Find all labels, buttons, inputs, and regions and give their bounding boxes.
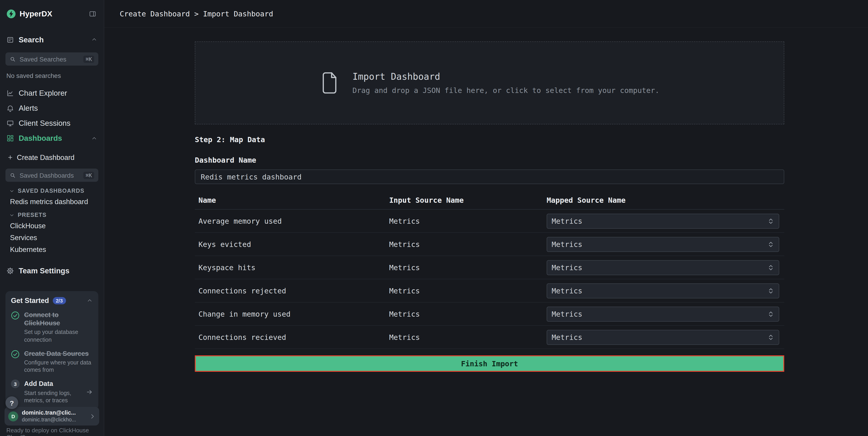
step-title: Add Data bbox=[24, 380, 53, 387]
search-icon bbox=[9, 56, 16, 62]
table-header: Name Input Source Name Mapped Source Nam… bbox=[195, 191, 784, 210]
presets-header-label: PRESETS bbox=[18, 212, 46, 218]
mapped-source-select[interactable]: Metrics bbox=[547, 330, 779, 345]
row-name: Connections recieved bbox=[198, 333, 389, 342]
nav-label: Alerts bbox=[19, 104, 38, 113]
user-menu[interactable]: D dominic.tran@clic... dominic.tran@clic… bbox=[5, 407, 99, 426]
team-settings-button[interactable]: Team Settings bbox=[0, 262, 104, 280]
chart-icon bbox=[6, 89, 14, 97]
get-started-header[interactable]: Get Started 2/3 bbox=[11, 297, 93, 305]
chevron-down-icon bbox=[9, 212, 14, 218]
selected-option-label: Metrics bbox=[552, 216, 582, 225]
sidebar-item-dashboards[interactable]: Dashboards bbox=[0, 131, 104, 146]
saved-dashboard-item[interactable]: Redis metrics dashboard bbox=[0, 196, 104, 208]
row-input-source: Metrics bbox=[389, 286, 547, 295]
user-avatar: D bbox=[8, 411, 18, 421]
create-dashboard-button[interactable]: Create Dashboard bbox=[0, 150, 104, 165]
chevron-up-icon bbox=[87, 297, 93, 304]
breadcrumb-text: Create Dashboard > Import Dashboard bbox=[120, 9, 273, 18]
dashboard-name-value: Redis metrics dashboard bbox=[201, 172, 302, 181]
get-started-step-add-data[interactable]: 3 Add Data Start sending logs, metrics, … bbox=[11, 380, 93, 404]
dashboard-name-input[interactable]: Redis metrics dashboard bbox=[195, 170, 784, 184]
step-number-badge: 3 bbox=[11, 380, 20, 388]
plus-icon bbox=[7, 154, 13, 161]
app-name: HyperDX bbox=[20, 9, 52, 19]
user-email: dominic.tran@clickho... bbox=[22, 416, 76, 423]
step-title: Create Data Sources bbox=[24, 350, 89, 357]
hyperdx-logo-icon bbox=[6, 9, 16, 19]
table-row: Change in memory used Metrics Metrics bbox=[195, 302, 784, 326]
check-circle-icon bbox=[11, 350, 20, 358]
help-button[interactable]: ? bbox=[5, 396, 18, 409]
preset-item-services[interactable]: Services bbox=[0, 232, 104, 244]
table-row: Keyspace hits Metrics Metrics bbox=[195, 256, 784, 279]
nav-label: Dashboards bbox=[19, 134, 62, 143]
sidebar-item-client-sessions[interactable]: Client Sessions bbox=[0, 116, 104, 131]
dashboard-name-label: Dashboard Name bbox=[195, 156, 784, 165]
mapped-source-select[interactable]: Metrics bbox=[547, 260, 779, 275]
dropzone-subtitle: Drag and drop a JSON file here, or click… bbox=[352, 86, 659, 95]
finish-import-button[interactable]: Finish Import bbox=[195, 355, 784, 372]
progress-badge: 2/3 bbox=[53, 297, 66, 304]
row-name: Keyspace hits bbox=[198, 263, 389, 272]
main-area: Create Dashboard > Import Dashboard Impo… bbox=[104, 0, 868, 436]
select-arrows-icon bbox=[767, 264, 774, 271]
column-header-input-source: Input Source Name bbox=[389, 196, 547, 205]
preset-item-kubernetes[interactable]: Kubernetes bbox=[0, 244, 104, 256]
mapped-source-select[interactable]: Metrics bbox=[547, 213, 779, 229]
select-arrows-icon bbox=[767, 311, 774, 317]
get-started-title: Get Started bbox=[11, 297, 49, 305]
app-window: HyperDX Search Saved Searches ⌘K No save… bbox=[0, 0, 868, 436]
mapped-source-select[interactable]: Metrics bbox=[547, 237, 779, 252]
search-icon bbox=[9, 172, 16, 178]
row-name: Change in memory used bbox=[198, 310, 389, 318]
step-description: Set up your database connection bbox=[24, 329, 93, 344]
selected-option-label: Metrics bbox=[552, 286, 582, 295]
sidebar-section-search[interactable]: Search bbox=[0, 31, 104, 49]
row-name: Average memory used bbox=[198, 216, 389, 225]
arrow-right-icon bbox=[86, 388, 93, 395]
row-input-source: Metrics bbox=[389, 310, 547, 318]
presets-header[interactable]: PRESETS bbox=[0, 210, 104, 220]
sidebar-nav: Chart Explorer Alerts Client Sessions Da… bbox=[0, 86, 104, 146]
row-input-source: Metrics bbox=[389, 216, 547, 225]
sidebar-header: HyperDX bbox=[0, 0, 104, 28]
create-dashboard-label: Create Dashboard bbox=[17, 153, 74, 162]
import-dropzone[interactable]: Import Dashboard Drag and drop a JSON fi… bbox=[195, 41, 784, 124]
bell-icon bbox=[6, 104, 14, 112]
saved-dashboards-input[interactable]: Saved Dashboards ⌘K bbox=[5, 169, 98, 182]
mapped-source-select[interactable]: Metrics bbox=[547, 307, 779, 321]
sidebar-item-chart-explorer[interactable]: Chart Explorer bbox=[0, 86, 104, 101]
sidebar-item-alerts[interactable]: Alerts bbox=[0, 101, 104, 116]
selected-option-label: Metrics bbox=[552, 333, 582, 342]
preset-item-clickhouse[interactable]: ClickHouse bbox=[0, 220, 104, 232]
row-input-source: Metrics bbox=[389, 263, 547, 272]
step-description: Start sending logs, metrics, or traces bbox=[24, 389, 81, 404]
saved-dashboards-placeholder: Saved Dashboards bbox=[20, 172, 80, 179]
table-row: Connections recieved Metrics Metrics bbox=[195, 326, 784, 349]
table-row: Connections rejected Metrics Metrics bbox=[195, 279, 784, 302]
table-row: Keys evicted Metrics Metrics bbox=[195, 233, 784, 256]
saved-searches-input[interactable]: Saved Searches ⌘K bbox=[5, 52, 98, 66]
cloud-teaser-text: Ready to deploy on ClickHouse Cloud? bbox=[6, 427, 93, 436]
chevron-up-icon bbox=[91, 36, 97, 43]
select-arrows-icon bbox=[767, 217, 774, 224]
sidebar: HyperDX Search Saved Searches ⌘K No save… bbox=[0, 0, 104, 436]
nav-label: Client Sessions bbox=[19, 119, 70, 127]
get-started-step-sources[interactable]: Create Data Sources Configure where your… bbox=[11, 349, 93, 374]
row-input-source: Metrics bbox=[389, 333, 547, 342]
shortcut-badge: ⌘K bbox=[83, 172, 94, 179]
table-row: Average memory used Metrics Metrics bbox=[195, 210, 784, 233]
dropzone-title: Import Dashboard bbox=[352, 71, 659, 82]
mapped-source-select[interactable]: Metrics bbox=[547, 283, 779, 298]
team-settings-label: Team Settings bbox=[19, 266, 69, 275]
collapse-sidebar-icon[interactable] bbox=[88, 9, 97, 19]
check-circle-icon bbox=[11, 311, 20, 320]
app-logo[interactable]: HyperDX bbox=[6, 9, 52, 19]
file-icon bbox=[320, 70, 340, 95]
gear-icon bbox=[6, 267, 14, 274]
saved-dashboards-header[interactable]: SAVED DASHBOARDS bbox=[0, 186, 104, 196]
get-started-step-connect[interactable]: Connect to ClickHouse Set up your databa… bbox=[11, 311, 93, 344]
step-title: Connect to ClickHouse bbox=[24, 311, 60, 327]
user-name: dominic.tran@clic... bbox=[22, 409, 76, 417]
